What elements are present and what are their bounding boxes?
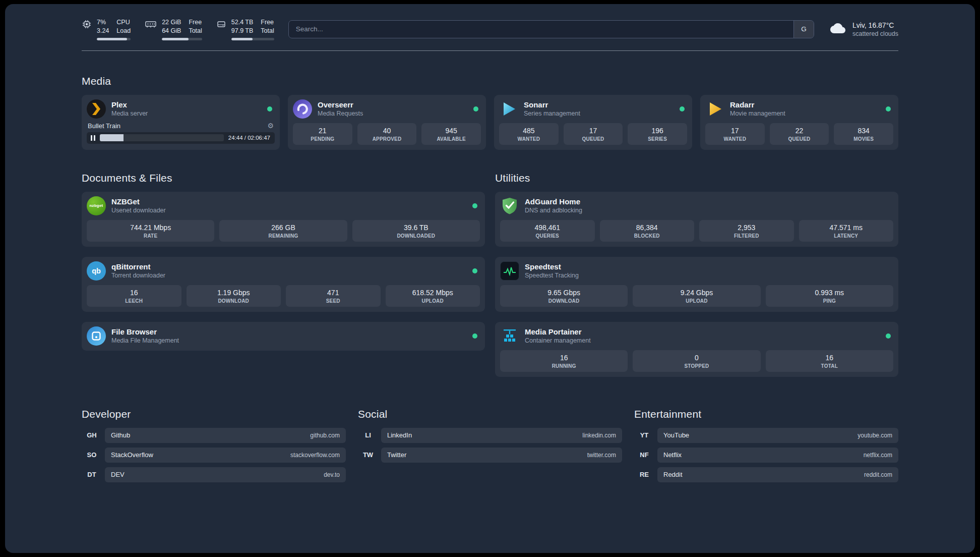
overseerr-icon (293, 99, 312, 119)
service-desc: Media Requests (318, 110, 363, 117)
stat: 834MOVIES (834, 123, 893, 145)
service-name: AdGuard Home (525, 197, 582, 206)
section-title-entertainment: Entertainment (634, 408, 898, 420)
bookmark-link-github[interactable]: Githubgithub.com (105, 428, 346, 443)
stat: 47.571 msLATENCY (799, 220, 894, 242)
disk-icon (216, 19, 226, 40)
bookmark-group-developer: Developer GH Githubgithub.com SO StackOv… (82, 408, 346, 482)
bookmarks: Developer GH Githubgithub.com SO StackOv… (82, 408, 898, 482)
card-plex[interactable]: Plex Media server Bullet Train ⚙ (82, 95, 280, 150)
search-input[interactable] (289, 21, 793, 38)
cpu-label: CPU (116, 18, 131, 27)
card-qbittorrent[interactable]: qb qBittorrent Torrent downloader 16LEEC… (82, 257, 485, 312)
bookmark-link-reddit[interactable]: Redditreddit.com (657, 467, 898, 482)
disk-total-label: Total (261, 27, 274, 35)
topbar-divider (82, 50, 898, 51)
weather-widget: Lviv, 16.87°C scattered clouds (828, 21, 898, 38)
bookmark-group-social: Social LI LinkedInlinkedin.com TW Twitte… (358, 408, 622, 463)
pause-icon[interactable] (91, 135, 95, 141)
topbar: 7% 3.24 CPU Load (82, 18, 898, 40)
bookmark-link-netflix[interactable]: Netflixnetflix.com (657, 448, 898, 463)
stat: 196SERIES (628, 123, 687, 145)
card-nzbget[interactable]: nzbget NZBGet Usenet downloader 744.21 M… (82, 192, 485, 247)
bookmark-link-youtube[interactable]: YouTubeyoutube.com (657, 428, 898, 443)
stat: 744.21 MbpsRATE (87, 220, 214, 242)
stat: 16TOTAL (766, 350, 893, 372)
service-name: Speedtest (525, 262, 579, 271)
service-desc: Media File Management (111, 337, 179, 344)
service-desc: Media server (111, 110, 148, 117)
weather-condition: scattered clouds (852, 30, 898, 37)
disk-free-label: Free (261, 18, 274, 27)
service-desc: Movie management (730, 110, 785, 117)
speedtest-icon (500, 261, 519, 281)
stat: 21PENDING (293, 123, 352, 145)
cpu-load-label: Load (116, 27, 131, 35)
stat: 86,384BLOCKED (600, 220, 695, 242)
service-desc: Speedtest Tracking (525, 272, 579, 279)
card-overseerr[interactable]: Overseerr Media Requests 21PENDING 40APP… (288, 95, 486, 150)
filebrowser-icon (87, 326, 106, 346)
bookmark-abbr: RE (634, 467, 654, 482)
status-dot (472, 268, 477, 273)
status-dot (886, 333, 891, 339)
card-adguard[interactable]: AdGuard Home DNS and adblocking 498,461Q… (495, 192, 898, 247)
search-provider-button[interactable]: G (793, 21, 814, 38)
bookmark-link-stackoverflow[interactable]: StackOverflowstackoverflow.com (105, 448, 346, 463)
gear-icon[interactable]: ⚙ (267, 122, 274, 129)
card-speedtest[interactable]: Speedtest Speedtest Tracking 9.65 GbpsDO… (495, 257, 898, 312)
service-desc: DNS and adblocking (525, 207, 582, 214)
stat: 618.52 MbpsUPLOAD (386, 285, 480, 307)
card-portainer[interactable]: Media Portainer Container management 16R… (495, 322, 898, 377)
bookmark-group-entertainment: Entertainment YT YouTubeyoutube.com NF N… (634, 408, 898, 482)
disk-progress-bar (231, 38, 274, 40)
bookmark-abbr: YT (634, 428, 654, 443)
cpu-load-value: 3.24 (97, 27, 109, 35)
sonarr-icon (499, 99, 518, 119)
section-title-media: Media (82, 75, 898, 87)
service-desc: Torrent downloader (111, 272, 165, 279)
plex-now-playing: Bullet Train ⚙ 24:44 / 02:06:47 (87, 122, 275, 144)
card-sonarr[interactable]: Sonarr Series management 485WANTED 17QUE… (494, 95, 692, 150)
bookmark-link-twitter[interactable]: Twittertwitter.com (381, 448, 622, 463)
memory-total-value: 64 GiB (162, 27, 181, 35)
weather-location: Lviv, 16.87°C (852, 21, 898, 29)
memory-total-label: Total (189, 27, 202, 35)
bookmark-row: GH Githubgithub.com (82, 428, 346, 443)
bookmark-abbr: GH (82, 428, 102, 443)
playback-time: 24:44 / 02:06:47 (228, 135, 270, 141)
stat: 945AVAILABLE (421, 123, 481, 145)
stat: 0.993 msPING (766, 285, 893, 307)
memory-free-value: 22 GiB (162, 18, 181, 27)
bookmark-row: LI LinkedInlinkedin.com (358, 428, 622, 443)
stat: 40APPROVED (357, 123, 417, 145)
stat: 39.6 TBDOWNLOADED (352, 220, 480, 242)
qbittorrent-icon: qb (87, 261, 106, 281)
disk-free-value: 52.4 TB (231, 18, 254, 27)
bookmark-row: TW Twittertwitter.com (358, 448, 622, 463)
service-desc: Container management (525, 337, 591, 344)
section-title-social: Social (358, 408, 622, 420)
stat: 17QUEUED (564, 123, 623, 145)
stat: 0STOPPED (633, 350, 760, 372)
bookmark-row: SO StackOverflowstackoverflow.com (82, 448, 346, 463)
adguard-icon (500, 196, 519, 215)
section-title-developer: Developer (82, 408, 346, 420)
playback-progress-bar[interactable] (100, 134, 224, 141)
stat: 16RUNNING (500, 350, 628, 372)
cpu-icon (82, 19, 92, 40)
stat: 1.19 GbpsDOWNLOAD (187, 285, 281, 307)
bookmark-row: YT YouTubeyoutube.com (634, 428, 898, 443)
stat: 2,953FILTERED (699, 220, 794, 242)
card-filebrowser[interactable]: File Browser Media File Management (82, 322, 485, 351)
disk-widget: 52.4 TB 97.9 TB Free Total (216, 18, 274, 40)
bookmark-link-linkedin[interactable]: LinkedInlinkedin.com (381, 428, 622, 443)
memory-progress-bar (162, 38, 202, 40)
search-bar: G (288, 20, 814, 38)
bookmark-link-dev[interactable]: DEVdev.to (105, 467, 346, 482)
utilities-column: Utilities AdGuard Home (495, 172, 898, 377)
stat: 9.24 GbpsUPLOAD (633, 285, 760, 307)
status-dot (267, 106, 272, 112)
card-radarr[interactable]: Radarr Movie management 17WANTED 22QUEUE… (700, 95, 898, 150)
now-playing-title: Bullet Train (88, 122, 120, 130)
